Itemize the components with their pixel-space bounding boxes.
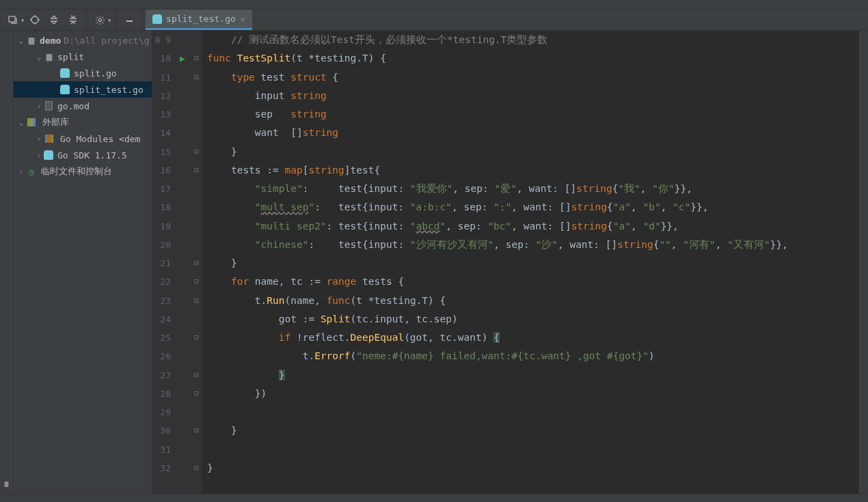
expand-all-icon[interactable] bbox=[45, 11, 63, 29]
tree-go-sdk[interactable]: › Go SDK 1.17.5 bbox=[14, 147, 152, 163]
editor-tabs: split_test.go × bbox=[143, 10, 252, 30]
tree-go-modules[interactable]: › Go Modules <dem bbox=[14, 130, 152, 147]
chevron-right-icon[interactable]: › bbox=[16, 167, 26, 176]
svg-rect-3 bbox=[126, 20, 133, 22]
folder-icon bbox=[44, 52, 55, 61]
tab-filename: split_test.go bbox=[166, 14, 236, 24]
chevron-right-icon[interactable]: › bbox=[34, 135, 44, 143]
tree-label: 外部库 bbox=[42, 116, 69, 128]
tree-dir-split[interactable]: ⌄ split bbox=[14, 48, 152, 65]
library-stack-icon bbox=[44, 134, 55, 143]
go-file-icon bbox=[60, 68, 70, 78]
chevron-right-icon[interactable]: › bbox=[34, 151, 44, 160]
library-icon bbox=[26, 117, 37, 127]
file-icon bbox=[44, 101, 55, 111]
status-bar bbox=[0, 494, 868, 502]
folder-icon bbox=[26, 36, 37, 45]
go-sdk-icon bbox=[44, 150, 53, 160]
editor-scrollbar[interactable] bbox=[858, 31, 868, 494]
tree-label: Go SDK 1.17.5 bbox=[57, 150, 127, 161]
tree-label: Go Modules <dem bbox=[60, 134, 140, 144]
tree-label: go.mod bbox=[57, 101, 90, 111]
collapse-all-icon[interactable] bbox=[64, 11, 82, 29]
scratch-icon bbox=[26, 167, 37, 176]
tree-file-go-mod[interactable]: › go.mod bbox=[14, 98, 152, 114]
target-icon[interactable] bbox=[26, 11, 44, 29]
chevron-down-icon[interactable]: ⌄ bbox=[16, 36, 26, 45]
toolbar: ▾ ▾ split_test.go bbox=[0, 10, 868, 31]
tree-ext-lib[interactable]: ⌄ 外部库 bbox=[14, 114, 152, 130]
code-content[interactable]: // 测试函数名必须以Test开头，必须接收一个*testing.T类型参数 f… bbox=[202, 31, 858, 494]
tree-path: D:\all project\g bbox=[64, 36, 149, 46]
go-file-icon bbox=[60, 85, 70, 94]
tree-label: 临时文件和控制台 bbox=[41, 165, 112, 178]
tree-scratches[interactable]: › 临时文件和控制台 bbox=[14, 163, 152, 180]
chevron-right-icon[interactable]: › bbox=[34, 102, 44, 111]
line-number-gutter[interactable]: 8 9 10 11 12 13 14 15 16 17 18 19 20 21 … bbox=[152, 31, 177, 494]
close-icon[interactable]: × bbox=[240, 14, 245, 24]
tree-label: split.go bbox=[74, 68, 117, 79]
breadcrumb-bar bbox=[0, 0, 868, 10]
chevron-down-icon[interactable]: ⌄ bbox=[16, 118, 26, 127]
project-tree[interactable]: ⌄ demo D:\all project\g ⌄ split split.go bbox=[14, 31, 152, 494]
svg-point-1 bbox=[31, 16, 38, 23]
editor-tab-split-test[interactable]: split_test.go × bbox=[146, 10, 252, 30]
tree-label: split_test.go bbox=[74, 85, 144, 95]
tree-root-demo[interactable]: ⌄ demo D:\all project\g bbox=[14, 32, 152, 48]
svg-point-2 bbox=[98, 18, 101, 21]
chevron-down-icon[interactable]: ⌄ bbox=[34, 53, 44, 61]
svg-rect-0 bbox=[9, 16, 15, 22]
tool-window-stripe[interactable]: ▆ bbox=[0, 31, 14, 494]
hide-icon[interactable] bbox=[120, 11, 138, 29]
bookmark-icon: ▆ bbox=[5, 480, 8, 487]
code-editor[interactable]: 8 9 10 11 12 13 14 15 16 17 18 19 20 21 … bbox=[152, 31, 858, 494]
tree-label: split bbox=[57, 52, 84, 62]
select-opened-file-icon[interactable] bbox=[4, 11, 22, 29]
icon-gutter[interactable]: ▶⊟⊟⊟⊟⊟⊟⊟⊟⊟⊟⊟⊟ bbox=[177, 31, 202, 494]
tree-file-split-go[interactable]: split.go bbox=[14, 65, 152, 81]
gear-icon[interactable] bbox=[91, 11, 109, 29]
tree-label: demo bbox=[40, 36, 61, 46]
go-file-icon bbox=[152, 14, 162, 24]
tree-file-split-test-go[interactable]: split_test.go bbox=[14, 81, 152, 98]
